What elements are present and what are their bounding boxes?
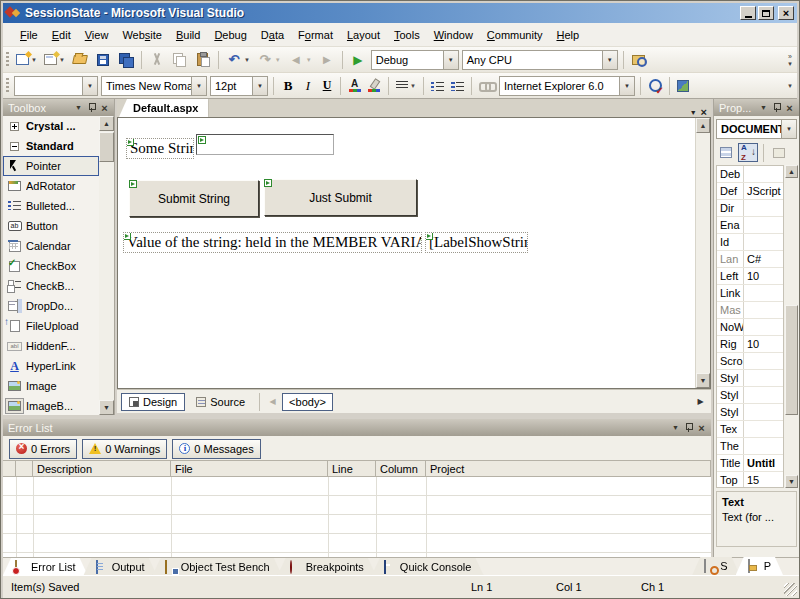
property-row[interactable]: Id [717, 234, 783, 251]
toolbox-item[interactable]: Bulleted... [3, 196, 99, 216]
solution-configuration-combo[interactable]: Debug ▼ [371, 50, 459, 70]
pin-button[interactable] [85, 101, 98, 114]
property-value[interactable] [744, 217, 783, 233]
tag-nav-left-icon[interactable]: ◀ [266, 394, 279, 410]
chevron-down-icon[interactable]: ▼ [82, 77, 97, 95]
toolbox-item[interactable]: CheckB... [3, 276, 99, 296]
panel-tab[interactable]: Breakpoints [278, 558, 376, 575]
menu-item[interactable]: Tools [387, 27, 427, 43]
find-in-files-button[interactable] [628, 49, 650, 71]
toolbox-item[interactable]: DropDo... [3, 296, 99, 316]
toolbox-item[interactable]: Calendar [3, 236, 99, 256]
chevron-down-icon[interactable]: ▼ [757, 101, 770, 114]
chevron-down-icon[interactable]: ▼ [602, 51, 617, 69]
chevron-down-icon[interactable]: ▼ [619, 77, 634, 95]
toolbox-item[interactable]: Image [3, 376, 99, 396]
property-value[interactable] [744, 370, 783, 386]
minimize-button[interactable] [740, 6, 756, 20]
menu-item[interactable]: View [78, 27, 116, 43]
chevron-down-icon[interactable]: ▼ [191, 77, 206, 95]
errors-filter-button[interactable]: 0 Errors [9, 439, 77, 459]
some-string-textbox[interactable] [196, 134, 334, 155]
object-selector-combo[interactable]: DOCUMENT ▼ [716, 119, 797, 139]
menu-item[interactable]: Edit [45, 27, 78, 43]
alignment-button[interactable]: ▼ [393, 75, 419, 97]
menu-item[interactable]: Community [480, 27, 550, 43]
property-value[interactable]: 10 [744, 268, 783, 284]
cut-button[interactable] [146, 49, 168, 71]
property-value[interactable] [744, 387, 783, 403]
messages-filter-button[interactable]: 0 Messages [172, 439, 260, 459]
property-value[interactable]: Untitl [744, 455, 783, 471]
toolbox-title-bar[interactable]: Toolbox ▼ × [3, 99, 114, 116]
scroll-up-icon[interactable]: ▲ [785, 165, 798, 178]
column-header-description[interactable]: Description [33, 461, 171, 476]
save-button[interactable] [92, 49, 114, 71]
property-row[interactable]: TitleUntitl [717, 455, 783, 472]
property-row[interactable]: Tex [717, 421, 783, 438]
resize-grip[interactable] [784, 583, 797, 596]
property-value[interactable] [744, 353, 783, 369]
property-value[interactable]: 10 [744, 336, 783, 352]
property-value[interactable]: C# [744, 251, 783, 267]
property-row[interactable]: LanC# [717, 251, 783, 268]
property-row[interactable]: Rig10 [717, 336, 783, 353]
toolbar-overflow-button[interactable]: ▾ [784, 75, 796, 96]
toolbar-grip[interactable] [6, 78, 9, 94]
error-list-title-bar[interactable]: Error List ▼ × [3, 419, 711, 436]
property-value[interactable] [744, 166, 783, 182]
chevron-down-icon[interactable]: ▼ [781, 120, 796, 138]
body-tag-button[interactable]: <body> [282, 393, 333, 411]
property-value[interactable]: 15 [744, 472, 783, 488]
bulleted-list-button[interactable] [428, 75, 447, 97]
properties-tab[interactable]: P [736, 557, 783, 575]
column-header-column[interactable]: Column [376, 461, 426, 476]
property-value[interactable] [744, 200, 783, 216]
smart-tag-glyph[interactable] [129, 180, 137, 188]
pin-button[interactable] [682, 421, 695, 434]
smart-tag-glyph[interactable] [264, 179, 272, 187]
toolbox-item[interactable]: ImageB... [3, 396, 99, 415]
column-header-blank[interactable] [3, 461, 16, 476]
smart-tag-glyph[interactable] [198, 136, 206, 144]
menu-item[interactable]: Format [291, 27, 340, 43]
property-value[interactable] [744, 438, 783, 454]
toolbox-item[interactable]: Button [3, 216, 99, 236]
close-panel-button[interactable]: × [783, 101, 796, 114]
menu-item[interactable]: Debug [207, 27, 253, 43]
solution-platform-combo[interactable]: Any CPU ▼ [462, 50, 618, 70]
scroll-up-icon[interactable]: ▲ [99, 116, 114, 131]
target-schema-combo[interactable]: Internet Explorer 6.0 ▼ [499, 76, 635, 96]
menu-item[interactable]: Window [427, 27, 480, 43]
scroll-down-icon[interactable]: ▼ [696, 373, 710, 388]
underline-button[interactable]: U [318, 75, 336, 97]
toolbox-item[interactable]: AdRotator [3, 176, 99, 196]
property-row[interactable]: Top15 [717, 472, 783, 488]
panel-tab[interactable]: Output [84, 558, 157, 575]
property-value[interactable] [744, 285, 783, 301]
menu-item[interactable]: Data [254, 27, 291, 43]
menu-item[interactable]: Build [169, 27, 207, 43]
property-value[interactable] [744, 421, 783, 437]
source-view-button[interactable]: Source [188, 393, 253, 411]
property-row[interactable]: NoW [717, 319, 783, 336]
properties-scrollbar[interactable]: ▲ ▼ [785, 165, 798, 488]
font-size-combo[interactable]: 12pt ▼ [210, 76, 268, 96]
font-name-combo[interactable]: Times New Roman ▼ [101, 76, 207, 96]
property-pages-button[interactable] [769, 143, 789, 162]
toolbox-item[interactable]: HiddenF... [3, 336, 99, 356]
smart-tag-glyph[interactable] [126, 138, 134, 146]
scroll-down-icon[interactable]: ▼ [785, 475, 798, 488]
numbered-list-button[interactable] [448, 75, 467, 97]
property-value[interactable] [744, 404, 783, 420]
menu-item[interactable]: Help [549, 27, 586, 43]
redo-button[interactable]: ▼ [254, 49, 284, 71]
property-row[interactable]: Scro [717, 353, 783, 370]
toolbox-item[interactable]: FileUpload [3, 316, 99, 336]
undo-button[interactable]: ▼ [223, 49, 253, 71]
property-row[interactable]: Styl [717, 370, 783, 387]
close-document-button[interactable]: × [701, 107, 707, 117]
scroll-up-icon[interactable]: ▲ [696, 118, 710, 133]
member-variable-label[interactable]: Value of the string: held in the MEMBER … [123, 232, 422, 253]
copy-button[interactable] [169, 49, 191, 71]
